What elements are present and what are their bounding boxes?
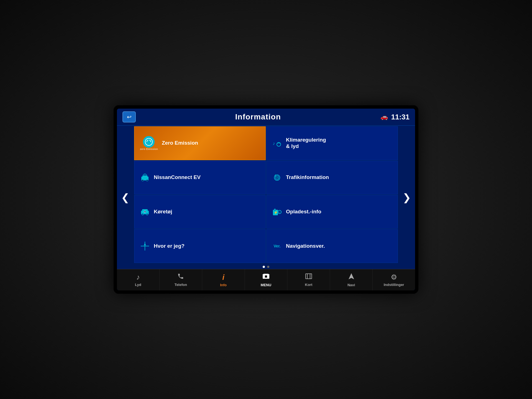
svg-point-0 bbox=[145, 138, 152, 145]
info-icon: i bbox=[222, 273, 224, 282]
svg-point-6 bbox=[142, 180, 144, 181]
trafikinformation-label: Trafikinformation bbox=[286, 174, 329, 181]
zero-emission-sublabel: zero Emission bbox=[140, 148, 158, 150]
hvor-er-jeg-label: Hvor er jeg? bbox=[154, 243, 185, 249]
svg-point-11 bbox=[277, 177, 278, 178]
navi-icon bbox=[348, 273, 355, 282]
klimaregulering-label: Klimaregulering& lyd bbox=[286, 137, 326, 150]
info-label: Info bbox=[220, 283, 227, 287]
header-right: 🚗 11:31 bbox=[380, 113, 410, 121]
svg-marker-29 bbox=[262, 274, 270, 275]
menu-item-klimaregulering[interactable]: ♪ Klimaregulering& lyd bbox=[266, 126, 398, 160]
pagination bbox=[134, 264, 398, 269]
navigationsver-label: Navigationsver. bbox=[286, 243, 325, 249]
header-title: Information bbox=[136, 112, 380, 121]
right-arrow-icon: ❯ bbox=[403, 192, 411, 203]
svg-text:♪: ♪ bbox=[273, 141, 275, 146]
menu-item-hvor-er-jeg[interactable]: Hvor er jeg? bbox=[134, 229, 266, 263]
nav-item-info[interactable]: i Info bbox=[202, 269, 245, 290]
trafikinformation-icon: ·) bbox=[272, 174, 282, 181]
svg-point-8 bbox=[144, 174, 145, 175]
pagination-dot-2 bbox=[267, 266, 269, 268]
nav-item-navi[interactable]: Navi bbox=[330, 269, 373, 290]
menu-item-zero-emission[interactable]: zero Emission Zero Emission bbox=[134, 126, 266, 160]
opladest-label: Opladest.-info bbox=[286, 209, 321, 215]
indstillinger-label: Indstillinger bbox=[384, 283, 404, 287]
clock: 11:31 bbox=[391, 113, 410, 121]
nav-item-lyd[interactable]: ♪ Lyd bbox=[117, 269, 160, 290]
nissanconnect-label: NissanConnect EV bbox=[154, 174, 201, 181]
klimaregulering-icon: ♪ bbox=[272, 139, 282, 148]
zero-emission-circle bbox=[143, 136, 155, 148]
svg-point-7 bbox=[146, 180, 148, 181]
left-arrow-icon: ❮ bbox=[121, 192, 129, 203]
telefon-label: Telefon bbox=[175, 283, 187, 287]
zero-emission-label: Zero Emission bbox=[162, 140, 198, 146]
menu-item-opladest[interactable]: ⚡ i Opladest.-info bbox=[266, 195, 398, 229]
menu-item-navigationsver[interactable]: Ver. Navigationsver. bbox=[266, 229, 398, 263]
bottom-nav: ♪ Lyd Telefon i Info bbox=[117, 269, 415, 290]
telefon-icon bbox=[177, 273, 184, 282]
nav-item-indstillinger[interactable]: ⚙ Indstillinger bbox=[373, 269, 415, 290]
svg-rect-5 bbox=[142, 175, 147, 178]
menu-item-trafikinformation[interactable]: ·) Trafikinformation bbox=[266, 161, 398, 195]
left-arrow[interactable]: ❮ bbox=[117, 126, 134, 269]
nav-item-telefon[interactable]: Telefon bbox=[160, 269, 202, 290]
navigationsver-icon: Ver. bbox=[272, 244, 282, 248]
nissanconnect-icon bbox=[140, 174, 150, 181]
svg-text:·): ·) bbox=[274, 174, 276, 177]
svg-rect-31 bbox=[306, 274, 312, 279]
screen: ↩ Information 🚗 11:31 ❮ bbox=[117, 109, 415, 290]
indstillinger-icon: ⚙ bbox=[391, 273, 397, 282]
svg-point-23 bbox=[278, 210, 281, 214]
svg-text:⚡: ⚡ bbox=[274, 210, 278, 214]
screen-bezel: ↩ Information 🚗 11:31 ❮ bbox=[114, 105, 418, 294]
hvor-er-jeg-icon bbox=[140, 242, 150, 250]
koretoj-label: Køretøj bbox=[154, 209, 172, 215]
back-icon: ↩ bbox=[127, 114, 132, 120]
svg-point-1 bbox=[148, 139, 149, 140]
svg-point-16 bbox=[146, 213, 148, 215]
svg-point-15 bbox=[142, 213, 144, 215]
menu-item-nissanconnect[interactable]: NissanConnect EV bbox=[134, 161, 266, 195]
navi-label: Navi bbox=[347, 283, 355, 287]
header: ↩ Information 🚗 11:31 bbox=[117, 109, 415, 126]
menu-grid: zero Emission Zero Emission ♪ bbox=[134, 126, 398, 264]
nav-item-kort[interactable]: Kort bbox=[287, 269, 330, 290]
svg-rect-30 bbox=[265, 275, 267, 278]
opladest-icon: ⚡ i bbox=[272, 208, 282, 216]
lyd-label: Lyd bbox=[135, 283, 141, 287]
menu-label: MENU bbox=[261, 283, 271, 287]
svg-text:i: i bbox=[279, 211, 280, 214]
svg-marker-34 bbox=[349, 273, 354, 279]
zero-emission-logo: zero Emission bbox=[140, 136, 158, 150]
menu-item-koretoj[interactable]: i Køretøj bbox=[134, 195, 266, 229]
nav-item-menu[interactable]: MENU bbox=[245, 269, 288, 290]
car-surround: ↩ Information 🚗 11:31 ❮ bbox=[0, 0, 532, 399]
back-button[interactable]: ↩ bbox=[122, 111, 136, 122]
right-arrow[interactable]: ❯ bbox=[398, 126, 415, 269]
lyd-icon: ♪ bbox=[136, 273, 140, 282]
svg-rect-20 bbox=[274, 209, 276, 210]
menu-icon bbox=[262, 273, 270, 282]
menu-grid-wrapper: zero Emission Zero Emission ♪ bbox=[134, 126, 398, 269]
main-content: ❮ bbox=[117, 126, 415, 269]
koretoj-icon: i bbox=[140, 208, 150, 216]
kort-label: Kort bbox=[305, 283, 313, 287]
pagination-dot-1 bbox=[263, 266, 265, 268]
car-connected-icon: 🚗 bbox=[380, 113, 388, 121]
kort-icon bbox=[305, 273, 312, 282]
